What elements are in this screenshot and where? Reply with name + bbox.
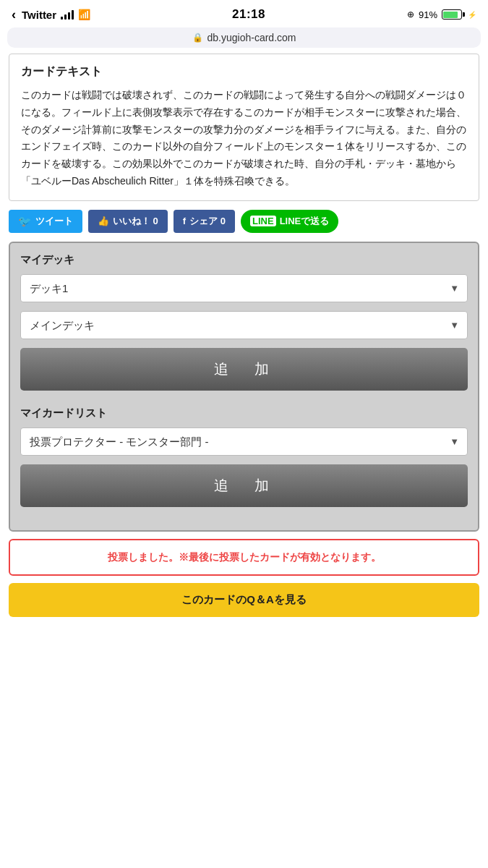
vote-notification-text: 投票しました。※最後に投票したカードが有効となります。 (108, 551, 381, 563)
deck-add-button[interactable]: 追 加 (20, 348, 468, 391)
thumbs-up-icon: 👍 (98, 216, 109, 226)
status-left: ‹ Twitter 📶 (12, 7, 90, 22)
share-label: シェア 0 (189, 215, 226, 228)
lock-icon: 🔒 (192, 33, 203, 43)
wifi-icon: 📶 (78, 9, 90, 20)
tweet-label: ツイート (35, 215, 73, 228)
battery-icon (442, 9, 462, 20)
line-label: LINEで送る (280, 215, 330, 228)
my-card-list-label: マイカードリスト (20, 407, 468, 420)
like-button[interactable]: 👍 いいね！ 0 (88, 210, 168, 233)
card-list-select[interactable]: 投票プロテクター - モンスター部門 - (20, 427, 468, 456)
deck-select[interactable]: デッキ1 デッキ2 デッキ3 (20, 274, 468, 302)
status-right: ⊕ 91% ⚡ (407, 9, 476, 20)
facebook-icon: f (183, 216, 186, 226)
battery-percent: 91% (419, 9, 437, 20)
deck-type-select-wrapper: メインデッキ エクストラデッキ サイドデッキ ▼ (20, 311, 468, 339)
main-panel: マイデッキ デッキ1 デッキ2 デッキ3 ▼ メインデッキ エクストラデッキ サ… (9, 242, 479, 532)
deck-select-wrapper: デッキ1 デッキ2 デッキ3 ▼ (20, 274, 468, 302)
card-list-select-wrapper: 投票プロテクター - モンスター部門 - ▼ (20, 427, 468, 456)
status-bar: ‹ Twitter 📶 21:18 ⊕ 91% ⚡ (0, 0, 488, 27)
card-text-title: カードテキスト (21, 64, 467, 80)
tweet-button[interactable]: 🐦 ツイート (9, 210, 82, 233)
twitter-icon: 🐦 (18, 215, 32, 228)
vote-notification: 投票しました。※最後に投票したカードが有効となります。 (9, 539, 479, 576)
card-text-section: カードテキスト このカードは戦闘では破壊されず、このカードの戦闘によって発生する… (9, 54, 479, 201)
bottom-banner[interactable]: このカードのQ＆Aを見る (9, 583, 479, 617)
location-icon: ⊕ (407, 9, 414, 20)
my-deck-label: マイデッキ (20, 253, 468, 267)
my-card-list-section: マイカードリスト 投票プロテクター - モンスター部門 - ▼ 追 加 (20, 407, 468, 519)
card-list-add-button[interactable]: 追 加 (20, 464, 468, 507)
time-display: 21:18 (232, 7, 265, 22)
signal-bars (61, 9, 74, 20)
line-icon: LINE (250, 216, 276, 226)
like-label: いいね！ 0 (113, 215, 158, 228)
back-icon[interactable]: ‹ (12, 7, 16, 22)
address-text: db.yugioh-card.com (207, 32, 296, 43)
battery-fill (443, 12, 458, 18)
address-bar[interactable]: 🔒 db.yugioh-card.com (7, 27, 481, 48)
deck-type-select[interactable]: メインデッキ エクストラデッキ サイドデッキ (20, 311, 468, 339)
social-buttons-row: 🐦 ツイート 👍 いいね！ 0 f シェア 0 LINE LINEで送る (9, 210, 479, 233)
battery-bolt-icon: ⚡ (468, 11, 476, 19)
bottom-banner-text: このカードのQ＆Aを見る (181, 593, 307, 605)
app-name: Twitter (22, 9, 56, 21)
card-text-body: このカードは戦闘では破壊されず、このカードの戦闘によって発生する自分への戦闘ダメ… (21, 87, 467, 190)
line-button[interactable]: LINE LINEで送る (241, 210, 338, 233)
share-button[interactable]: f シェア 0 (174, 210, 235, 233)
